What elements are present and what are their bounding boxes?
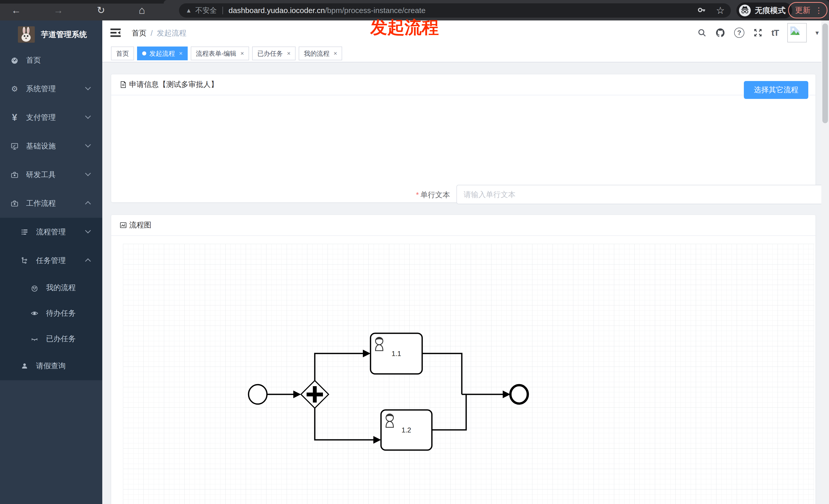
- help-icon[interactable]: ?: [734, 28, 744, 38]
- active-dot: [142, 51, 146, 55]
- omnibox-divider: [222, 7, 223, 14]
- chevron-down-icon: [85, 228, 91, 234]
- browser-forward-button[interactable]: →: [49, 0, 67, 21]
- browser-active-tab[interactable]: [164, 0, 829, 4]
- browser-home-button[interactable]: ⌂: [133, 0, 151, 21]
- close-icon[interactable]: ×: [287, 50, 290, 57]
- search-icon[interactable]: [697, 28, 707, 37]
- page-scrollbar[interactable]: [821, 21, 829, 504]
- task-label: 1.1: [392, 350, 401, 357]
- breadcrumb-current: 发起流程: [157, 28, 186, 38]
- avatar[interactable]: [787, 23, 807, 42]
- tab-label: 首页: [116, 49, 129, 58]
- sidebar-collapse-icon[interactable]: [110, 28, 121, 38]
- start-event: [249, 385, 267, 404]
- sidebar-item-my-process[interactable]: 我的流程: [0, 275, 102, 301]
- sidebar-item-label: 首页: [26, 55, 41, 66]
- sidebar-item-label: 请假查询: [36, 361, 66, 371]
- sidebar-item-task-mgmt[interactable]: 任务管理: [0, 246, 102, 275]
- user-task-icon: [386, 414, 394, 427]
- monitor-icon: [10, 142, 19, 150]
- url-bar[interactable]: ▲ 不安全 dashboard.yudao.iocoder.cn /bpm/pr…: [179, 3, 731, 17]
- tab-label: 已办任务: [257, 49, 283, 58]
- top-navbar: 首页 / 发起流程 ? tT ▾: [102, 21, 829, 45]
- sidebar-item-devtools[interactable]: 研发工具: [0, 160, 102, 189]
- browser-update-button[interactable]: 更新 ⋮: [788, 2, 827, 18]
- tab-done-tasks[interactable]: 已办任务 ×: [252, 46, 296, 60]
- process-diagram-card: 流程图: [111, 215, 816, 504]
- close-icon[interactable]: ×: [333, 50, 337, 57]
- chevron-down-icon: [85, 142, 91, 148]
- tab-label: 流程表单-编辑: [196, 49, 236, 58]
- user-task-1-1: 1.1: [370, 333, 422, 374]
- password-key-icon[interactable]: [697, 5, 706, 15]
- workflow-submenu: 流程管理 任务管理 我的流程: [0, 218, 102, 380]
- sidebar-item-process-mgmt[interactable]: 流程管理: [0, 218, 102, 246]
- chevron-down-icon: [85, 170, 91, 176]
- application-form-card: 申请信息【测试多审批人】 选择其它流程 *单行文本 *多选框组 选项一 选项二 …: [111, 74, 816, 202]
- user-task-icon: [375, 337, 383, 351]
- tab-form-edit[interactable]: 流程表单-编辑 ×: [191, 46, 249, 60]
- breadcrumb-separator: /: [151, 29, 153, 38]
- sidebar-item-system[interactable]: ⚙ 系统管理: [0, 75, 102, 103]
- chevron-down-icon: [85, 85, 91, 90]
- fullscreen-icon[interactable]: [753, 28, 763, 38]
- sidebar-item-label: 支付管理: [26, 112, 56, 123]
- bookmark-star-icon[interactable]: ☆: [716, 5, 725, 16]
- field-label: 单行文本: [420, 191, 450, 199]
- breadcrumb: 首页 / 发起流程: [132, 28, 186, 38]
- sidebar-item-leave-query[interactable]: 请假查询: [0, 352, 102, 380]
- tab-label: 我的流程: [304, 49, 329, 58]
- app-logo-row[interactable]: 芋道管理系统: [0, 24, 102, 45]
- briefcase-icon: [10, 199, 19, 207]
- document-icon: [119, 81, 127, 88]
- tab-create-process[interactable]: 发起流程 ×: [137, 46, 188, 60]
- browser-back-button[interactable]: ←: [7, 0, 25, 21]
- incognito-label: 无痕模式: [755, 5, 786, 16]
- tab-home[interactable]: 首页: [111, 46, 134, 60]
- browser-reload-button[interactable]: ↻: [92, 0, 110, 21]
- form-card-title: 申请信息【测试多审批人】: [129, 79, 218, 90]
- question-glyph: ?: [737, 29, 741, 37]
- sidebar-item-todo-tasks[interactable]: 待办任务: [0, 301, 102, 326]
- sidebar-item-payment[interactable]: ¥ 支付管理: [0, 103, 102, 132]
- update-label: 更新: [795, 5, 810, 15]
- sidebar-item-workflow[interactable]: 工作流程: [0, 189, 102, 218]
- sidebar-menu: 首页 ⚙ 系统管理 ¥ 支付管理 基础设施: [0, 46, 102, 380]
- page-title-overlay: 发起流程: [370, 16, 439, 39]
- breadcrumb-home[interactable]: 首页: [132, 28, 146, 38]
- security-warning-icon: ▲: [186, 7, 192, 14]
- bpmn-diagram: 1.1 1.2: [111, 215, 816, 504]
- tree-icon: [20, 257, 29, 265]
- font-size-icon[interactable]: tT: [771, 28, 779, 38]
- single-line-text-input[interactable]: [457, 185, 829, 204]
- github-icon[interactable]: [715, 28, 725, 38]
- close-icon[interactable]: ×: [240, 50, 244, 57]
- close-icon[interactable]: ×: [179, 50, 183, 57]
- list-icon: [20, 228, 29, 236]
- tab-my-process[interactable]: 我的流程 ×: [299, 46, 342, 60]
- app-logo: [18, 26, 35, 43]
- gear-icon: ⚙: [10, 85, 19, 93]
- app-title: 芋道管理系统: [41, 29, 87, 40]
- url-path: /bpm/process-instance/create: [325, 6, 426, 15]
- sidebar: 芋道管理系统 首页 ⚙ 系统管理 ¥ 支付管理: [0, 21, 102, 504]
- sidebar-item-home[interactable]: 首页: [0, 46, 102, 75]
- avatar-caret-icon[interactable]: ▾: [816, 29, 819, 37]
- url-domain: dashboard.yudao.iocoder.cn: [228, 6, 325, 15]
- robot-icon: [30, 284, 39, 292]
- browser-menu-dots-icon[interactable]: ⋮: [815, 6, 823, 15]
- field-label-text: *单行文本: [373, 190, 450, 200]
- sidebar-item-label: 已办任务: [46, 334, 76, 344]
- yen-icon: ¥: [10, 113, 19, 122]
- scrollbar-thumb[interactable]: [822, 24, 828, 123]
- sidebar-item-done-tasks[interactable]: 已办任务: [0, 326, 102, 352]
- task-label: 1.2: [401, 426, 411, 434]
- sidebar-item-label: 任务管理: [36, 256, 66, 266]
- screen: ← → ↻ ⌂ ▲ 不安全 dashboard.yudao.iocoder.cn…: [0, 0, 829, 504]
- sidebar-item-infra[interactable]: 基础设施: [0, 132, 102, 160]
- security-label[interactable]: 不安全: [195, 6, 217, 15]
- chevron-up-icon: [85, 201, 91, 207]
- choose-other-process-button[interactable]: 选择其它流程: [744, 81, 808, 99]
- sidebar-item-label: 流程管理: [36, 227, 66, 237]
